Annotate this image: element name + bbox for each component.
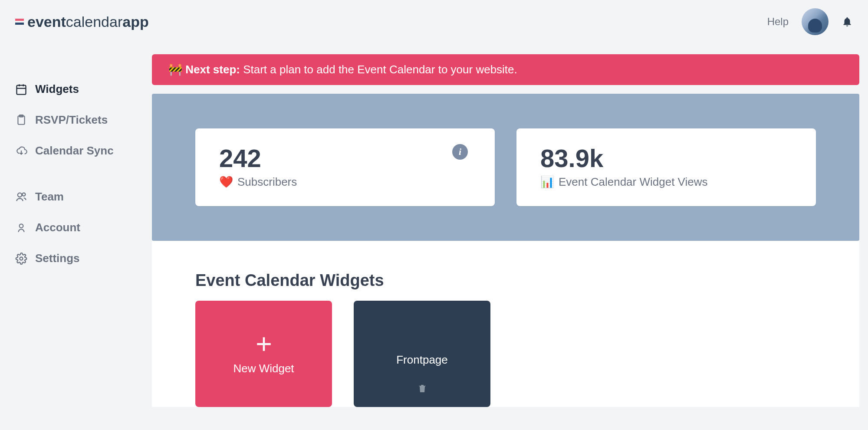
widgets-section: Event Calendar Widgets New Widget Frontp… xyxy=(152,241,859,407)
svg-rect-0 xyxy=(17,85,26,94)
main-content: 🚧 Next step: Start a plan to add the Eve… xyxy=(152,43,868,430)
heart-icon: ❤️ xyxy=(219,175,233,189)
user-icon xyxy=(15,222,27,234)
sidebar-item-label: Calendar Sync xyxy=(35,144,114,158)
notifications-icon[interactable] xyxy=(842,15,853,28)
widget-name: Frontpage xyxy=(396,353,448,367)
next-step-banner[interactable]: 🚧 Next step: Start a plan to add the Eve… xyxy=(152,54,859,85)
info-icon[interactable]: i xyxy=(452,144,468,160)
team-icon xyxy=(15,191,27,203)
banner-bold: Next step: xyxy=(185,63,240,76)
sidebar-item-account[interactable]: Account xyxy=(0,212,152,243)
svg-point-9 xyxy=(20,257,23,260)
new-widget-button[interactable]: New Widget xyxy=(195,301,332,407)
clipboard-icon xyxy=(15,114,27,126)
stats-panel: 242 ❤️ Subscribers i 83.9k 📊 Event Calen… xyxy=(152,94,859,241)
sidebar-item-label: Widgets xyxy=(35,82,79,96)
sidebar-item-settings[interactable]: Settings xyxy=(0,243,152,274)
svg-point-8 xyxy=(20,224,23,228)
svg-point-6 xyxy=(18,193,22,197)
header-actions: Help xyxy=(767,8,853,35)
chart-icon: 📊 xyxy=(540,175,554,189)
sidebar-item-label: Team xyxy=(35,190,64,204)
subscribers-label: Subscribers xyxy=(237,175,297,189)
sidebar-item-calendar-sync[interactable]: Calendar Sync xyxy=(0,135,152,166)
widget-card-frontpage[interactable]: Frontpage xyxy=(354,301,490,407)
logo-mark-icon xyxy=(15,19,24,25)
sidebar-item-label: Account xyxy=(35,221,80,234)
subscribers-card: 242 ❤️ Subscribers i xyxy=(195,128,495,206)
subscribers-value: 242 xyxy=(219,144,471,173)
views-value: 83.9k xyxy=(540,144,792,173)
views-card: 83.9k 📊 Event Calendar Widget Views xyxy=(516,128,816,206)
plus-icon xyxy=(252,332,276,356)
cloud-download-icon xyxy=(15,145,27,157)
svg-point-7 xyxy=(22,193,25,196)
sidebar-item-team[interactable]: Team xyxy=(0,181,152,212)
widget-grid: New Widget Frontpage xyxy=(195,301,816,407)
logo[interactable]: eventcalendarapp xyxy=(15,13,149,30)
gear-icon xyxy=(15,253,27,265)
trash-icon[interactable] xyxy=(417,383,427,394)
sidebar-item-label: Settings xyxy=(35,252,80,265)
sidebar-item-widgets[interactable]: Widgets xyxy=(0,74,152,105)
sidebar-item-rsvp[interactable]: RSVP/Tickets xyxy=(0,105,152,135)
calendar-icon xyxy=(15,83,27,95)
help-link[interactable]: Help xyxy=(767,16,789,28)
section-title: Event Calendar Widgets xyxy=(195,271,816,290)
sidebar: Widgets RSVP/Tickets Calendar Sync Team xyxy=(0,43,152,430)
banner-text: Start a plan to add the Event Calendar t… xyxy=(243,63,517,76)
sidebar-item-label: RSVP/Tickets xyxy=(35,113,108,127)
avatar[interactable] xyxy=(802,8,829,35)
app-header: eventcalendarapp Help xyxy=(0,0,868,43)
views-label: Event Calendar Widget Views xyxy=(559,175,707,189)
logo-text: eventcalendarapp xyxy=(27,13,149,30)
new-widget-label: New Widget xyxy=(233,362,294,375)
banner-emoji: 🚧 xyxy=(168,63,182,76)
